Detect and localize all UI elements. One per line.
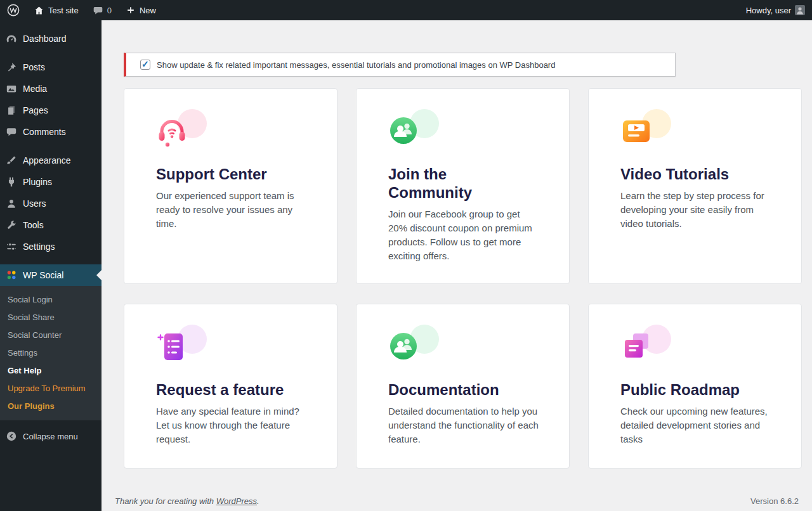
wp-social-logo-icon [0,269,23,281]
card-title: Join the Community [388,165,528,202]
sidebar-item-label: Comments [23,127,66,137]
admin-bar: Test site 0 New Howdy, user [0,0,812,20]
tools-wrench-icon [0,219,23,231]
card-title: Request a feature [156,380,296,399]
card-support-center[interactable]: Support Center Our experienced support t… [124,88,337,284]
page-wrap: Show update & fix related important mess… [102,20,812,469]
sidebar-item-tools[interactable]: Tools [0,214,102,236]
sidebar-item-comments[interactable]: Comments [0,121,102,143]
main-content: Show update & fix related important mess… [102,20,812,511]
comments-shortcut[interactable]: 0 [86,0,119,20]
notice-text: Show update & fix related important mess… [157,60,555,70]
admin-menu: Dashboard Posts Media Pages Comments [0,20,102,286]
card-title: Support Center [156,165,296,183]
howdy-label: Howdy, user [746,6,791,15]
sidebar-item-wp-social[interactable]: WP Social [0,264,102,286]
admin-bar-left: Test site 0 New [0,0,163,20]
sidebar-item-posts[interactable]: Posts [0,56,102,78]
sidebar-item-label: Settings [23,242,55,252]
avatar [795,5,805,15]
sidebar-item-label: Tools [23,220,44,230]
comments-icon [0,126,23,138]
version-text: Version 6.6.2 [750,496,799,506]
submenu-item-social-counter[interactable]: Social Counter [0,327,102,344]
card-description: Our experienced support team is ready to… [156,189,307,231]
pages-icon [0,105,23,116]
roadmap-docs-icon [620,330,671,366]
card-description: Check our upcoming new features, detaile… [620,404,771,446]
sidebar-item-label: Pages [23,105,48,115]
sidebar-item-label: Media [23,84,47,94]
card-documentation[interactable]: Documentation Detailed documentation to … [356,304,570,469]
sidebar-item-settings[interactable]: Settings [0,236,102,257]
admin-bar-right: Howdy, user [739,0,812,20]
card-public-roadmap[interactable]: Public Roadmap Check our upcoming new fe… [588,304,802,469]
comments-count: 0 [107,6,112,15]
users-icon [0,198,23,209]
site-name-label: Test site [48,6,79,15]
card-description: Join our Facebook group to get 20% disco… [388,207,539,263]
collapse-menu-label: Collapse menu [23,432,78,441]
submenu-item-social-share[interactable]: Social Share [0,309,102,327]
video-playlist-icon [620,114,671,151]
collapse-menu-button[interactable]: Collapse menu [0,425,102,447]
sidebar-item-dashboard[interactable]: Dashboard [0,28,102,49]
card-join-community[interactable]: Join the Community Join our Facebook gro… [356,88,570,284]
submenu-item-settings[interactable]: Settings [0,344,102,362]
plus-icon [126,5,136,15]
footer-period: . [257,496,259,506]
home-icon [34,5,44,16]
submenu-item-get-help[interactable]: Get Help [0,362,102,380]
submenu-item-our-plugins[interactable]: Our Plugins [0,398,102,415]
my-account-button[interactable]: Howdy, user [739,0,812,20]
new-content-label: New [140,6,156,15]
admin-footer: Thank you for creating with WordPress. V… [115,496,799,506]
sidebar-item-appearance[interactable]: Appearance [0,150,102,171]
plugins-plug-icon [0,176,23,188]
card-title: Video Tutorials [620,165,760,183]
headset-icon [156,114,207,151]
community-people-icon [388,330,439,366]
feature-list-icon [156,330,207,366]
wp-social-submenu: Social Login Social Share Social Counter… [0,286,102,420]
footer-thanks: Thank you for creating with WordPress. [115,496,259,506]
collapse-arrow-icon [0,430,23,442]
sidebar-item-label: Posts [23,62,45,72]
wordpress-logo-button[interactable] [0,0,27,20]
site-name-button[interactable]: Test site [27,0,86,20]
card-video-tutorials[interactable]: Video Tutorials Learn the step by step p… [588,88,802,284]
card-request-feature[interactable]: Request a feature Have any special featu… [124,304,337,469]
wordpress-logo-icon [7,4,20,16]
wordpress-link[interactable]: WordPress [216,496,257,506]
appearance-brush-icon [0,155,23,166]
card-title: Documentation [388,380,528,399]
card-description: Have any special feature in mind? Let us… [156,404,307,446]
new-content-button[interactable]: New [119,0,163,20]
sidebar-item-media[interactable]: Media [0,78,102,100]
sidebar-item-pages[interactable]: Pages [0,100,102,121]
help-cards-grid: Support Center Our experienced support t… [124,88,802,469]
settings-sliders-icon [0,241,23,252]
sidebar-item-users[interactable]: Users [0,193,102,214]
sidebar-item-label: Plugins [23,177,52,187]
submenu-item-social-login[interactable]: Social Login [0,291,102,309]
avatar-person-icon [795,5,805,15]
sidebar-item-label: Users [23,198,46,209]
card-title: Public Roadmap [620,380,760,399]
media-icon [0,83,23,94]
admin-sidebar: Dashboard Posts Media Pages Comments [0,20,102,511]
comments-bubble-icon [93,5,103,16]
card-description: Learn the step by step process for devel… [620,189,771,231]
footer-thanks-text: Thank you for creating with [115,496,214,506]
card-description: Detailed documentation to help you under… [388,404,539,446]
sidebar-item-label: Appearance [23,155,71,165]
pushpin-icon [0,61,23,73]
dashboard-gauge-icon [0,33,23,44]
sidebar-item-label: WP Social [23,270,63,280]
notice-checkbox[interactable] [140,60,150,70]
sidebar-item-label: Dashboard [23,34,67,44]
dashboard-messages-notice: Show update & fix related important mess… [124,53,676,77]
submenu-item-upgrade-to-premium[interactable]: Upgrade To Premium [0,380,102,398]
sidebar-item-plugins[interactable]: Plugins [0,171,102,193]
community-people-icon [388,114,439,151]
